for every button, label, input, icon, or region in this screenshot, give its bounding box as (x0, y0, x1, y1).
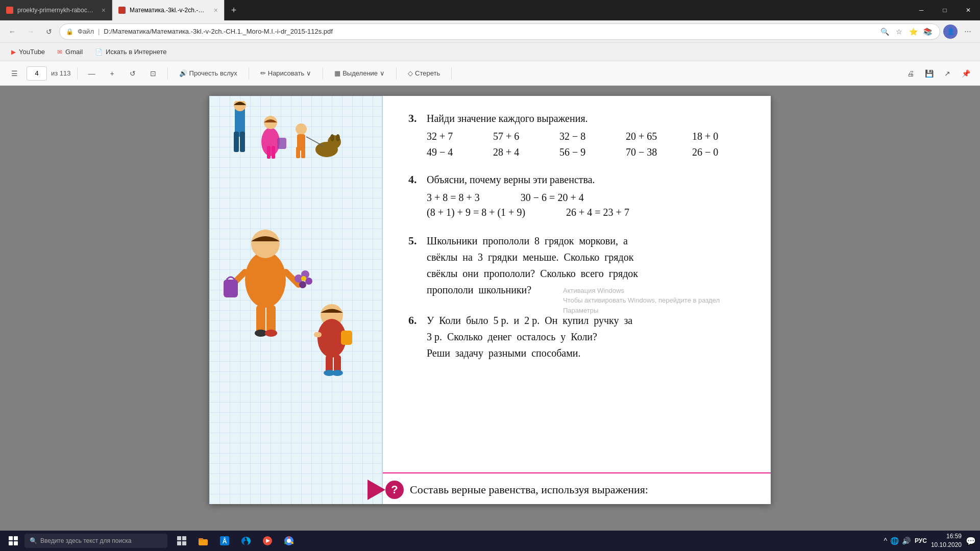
pdf-toolbar-right: 🖨 💾 ↗ 📌 (902, 65, 974, 82)
task-3-number: 3. (408, 112, 421, 125)
expr-1-5: 18 + 0 (692, 131, 733, 142)
task-3-section: 3. Найди значение каждого выражения. 32 … (408, 111, 750, 158)
star-button[interactable]: ☆ (893, 26, 905, 38)
language-indicator[interactable]: РУС (915, 537, 927, 544)
start-button[interactable] (4, 532, 22, 550)
pdf-erase[interactable]: ◇ Стереть (403, 66, 445, 81)
pdf-menu-button[interactable]: ☰ (6, 65, 22, 82)
svg-point-39 (332, 370, 343, 376)
task-6-number: 6. (408, 314, 421, 327)
draw-icon: ✏ (260, 69, 266, 77)
svg-rect-12 (296, 147, 300, 158)
task-5-number: 5. (408, 234, 421, 247)
media-icon (262, 535, 273, 546)
pdf-zoom-out[interactable]: — (84, 65, 100, 82)
taskbar-edge[interactable] (236, 531, 256, 551)
pdf-pin[interactable]: 📌 (958, 65, 974, 82)
refresh-button[interactable]: ↺ (41, 23, 57, 40)
svg-rect-2 (234, 132, 239, 152)
minimize-button[interactable]: ─ (910, 0, 933, 20)
more-button[interactable]: ··· (960, 23, 976, 40)
bookmark-youtube[interactable]: ▶ YouTube (6, 45, 50, 59)
network-icon[interactable]: 🌐 (890, 537, 899, 545)
pdf-toolbar: ☰ из 113 — + ↺ ⊡ 🔊 Прочесть вслух ✏ Нари… (0, 61, 980, 86)
question-marker: ? (368, 480, 404, 500)
svg-rect-9 (277, 138, 286, 149)
draw-chevron: ∨ (306, 69, 311, 77)
pdf-draw[interactable]: ✏ Нарисовать ∨ (255, 66, 316, 81)
taskbar-file-explorer[interactable] (193, 531, 213, 551)
pdf-share[interactable]: ↗ (939, 65, 955, 82)
expr-1-3: 32 − 8 (559, 131, 600, 142)
bookmark-youtube-label: YouTube (19, 48, 45, 56)
taskbar-clock[interactable]: 16:59 10.10.2020 (931, 532, 962, 549)
profile-avatar: 👤 (943, 24, 958, 39)
profile-button[interactable]: 👤 (942, 23, 959, 40)
bookmark-search[interactable]: 📄 Искать в Интернете (90, 45, 172, 59)
taskbar-store[interactable]: Â (214, 531, 235, 551)
bookmark-gmail[interactable]: ✉ Gmail (52, 45, 88, 59)
address-protocol: Файл (78, 28, 94, 35)
pdf-fit[interactable]: ⊡ (145, 65, 161, 82)
address-bar[interactable]: 🔒 Файл | D:/Математика/Математика.-3kl.-… (59, 23, 940, 40)
taskbar-media[interactable] (257, 531, 278, 551)
activation-line3: Параметры (563, 306, 720, 316)
pdf-read-aloud[interactable]: 🔊 Прочесть вслух (174, 66, 242, 81)
pdf-content: 3. Найди значение каждого выражения. 32 … (383, 96, 771, 504)
notification-icon[interactable]: 💬 (966, 536, 976, 546)
maximize-button[interactable]: □ (933, 0, 957, 20)
svg-text:Â: Â (223, 537, 227, 545)
favorites-button[interactable]: ⭐ (907, 26, 919, 38)
collection-button[interactable]: 📚 (921, 26, 934, 38)
bookmark-search-label: Искать в Интернете (106, 48, 166, 56)
pdf-print[interactable]: 🖨 (902, 65, 919, 82)
address-path: D:/Математика/Математика.-3kl.-v-2ch.-CH… (104, 28, 874, 35)
expr-1-2: 57 + 6 (493, 131, 534, 142)
pdf-separator-3 (249, 67, 249, 80)
bookmark-gmail-label: Gmail (65, 48, 83, 56)
window-controls: ─ □ ✕ (910, 0, 980, 20)
pdf-zoom-in[interactable]: + (104, 65, 120, 82)
pdf-select[interactable]: ▦ Выделение ∨ (329, 66, 390, 81)
svg-rect-42 (182, 536, 186, 540)
close-button[interactable]: ✕ (957, 0, 980, 20)
chevron-up-icon[interactable]: ^ (884, 537, 887, 545)
content-area: 3. Найди значение каждого выражения. 32 … (0, 86, 980, 531)
pdf-page-input[interactable] (27, 66, 47, 81)
taskbar-search-bar[interactable]: 🔍 Введите здесь текст для поиска (24, 534, 167, 548)
address-actions: 🔍 ☆ ⭐ 📚 (878, 26, 934, 38)
tab-1-label: proekty-primernykh-rabochikh- (17, 7, 95, 14)
taskbar: 🔍 Введите здесь текст для поиска Â (0, 531, 980, 551)
new-tab-button[interactable]: + (225, 0, 243, 20)
bottom-question-area: ? Составь верные равенства, используя вы… (368, 480, 648, 500)
windows-icon (9, 536, 18, 545)
pdf-separator-5 (396, 67, 397, 80)
store-icon: Â (219, 535, 230, 546)
task-4-body: 3 + 8 = 8 + 3 30 − 6 = 20 + 4 (8 + 1) + … (408, 192, 750, 218)
tab-2[interactable]: Математика.-3kl.-v-2ch.-CH.1._M × (112, 0, 225, 20)
eq-1-right: 30 − 6 = 20 + 4 (521, 192, 584, 204)
taskbar-chrome[interactable] (279, 531, 299, 551)
task-3-row2: 49 − 4 28 + 4 56 − 9 70 − 38 26 − 0 (427, 146, 750, 158)
taskbar-time-value: 16:59 (931, 532, 962, 541)
pdf-page: 3. Найди значение каждого выражения. 32 … (209, 96, 771, 504)
zoom-button[interactable]: 🔍 (878, 26, 891, 38)
svg-rect-44 (182, 541, 186, 545)
tab-1-close[interactable]: × (102, 6, 106, 14)
equalities-row2: (8 + 1) + 9 = 8 + (1 + 9) 26 + 4 = 23 + … (427, 207, 750, 218)
tab-1[interactable]: proekty-primernykh-rabochikh- × (0, 0, 112, 20)
pdf-separator-4 (323, 67, 323, 80)
volume-icon[interactable]: 🔊 (902, 537, 911, 545)
pdf-rotate[interactable]: ↺ (125, 65, 141, 82)
svg-point-31 (301, 276, 306, 281)
search-bookmark-icon: 📄 (95, 48, 103, 56)
edge-icon (240, 535, 252, 546)
taskbar-task-view[interactable] (172, 531, 192, 551)
forward-button[interactable]: → (22, 23, 39, 40)
back-button[interactable]: ← (4, 23, 20, 40)
pdf-save[interactable]: 💾 (921, 65, 937, 82)
svg-rect-3 (240, 132, 245, 152)
task-4-section: 4. Объясни, почему верны эти равенства. … (408, 172, 750, 218)
taskbar-search-placeholder: Введите здесь текст для поиска (40, 537, 131, 544)
tab-2-close[interactable]: × (214, 6, 218, 14)
